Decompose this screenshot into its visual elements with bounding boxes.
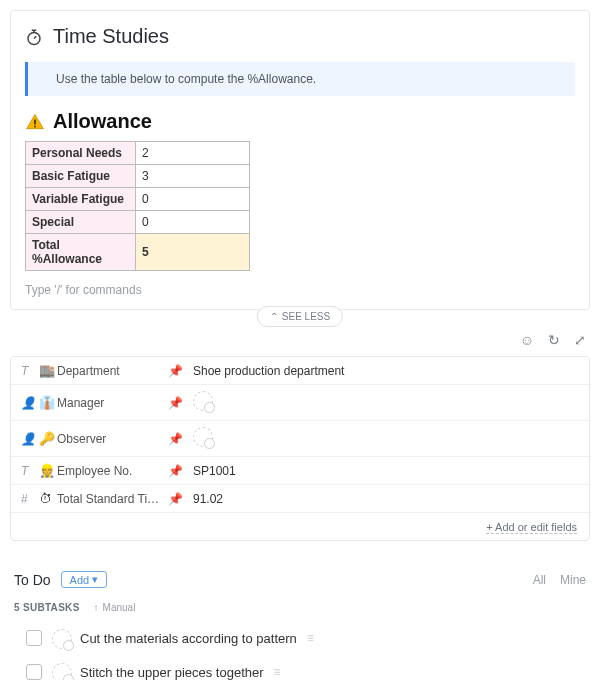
- svg-rect-2: [34, 125, 36, 127]
- row-label: Variable Fatigue: [26, 188, 136, 211]
- timer-emoji-icon: ⏱: [39, 491, 57, 506]
- add-label: Add: [70, 574, 90, 586]
- row-value[interactable]: 0: [136, 211, 250, 234]
- allowance-table: Personal Needs 2 Basic Fatigue 3 Variabl…: [25, 141, 250, 271]
- chevron-down-icon: ▾: [92, 573, 98, 586]
- person-type-icon: 👤: [21, 432, 39, 446]
- field-row-manager[interactable]: 👤 👔 Manager 📌: [11, 385, 589, 421]
- field-row-employee-no[interactable]: T 👷 Employee No. 📌 SP1001: [11, 457, 589, 485]
- row-value[interactable]: 2: [136, 142, 250, 165]
- field-value[interactable]: SP1001: [185, 464, 579, 478]
- allowance-callout: Use the table below to compute the %Allo…: [25, 62, 575, 96]
- todo-title: To Do: [14, 572, 51, 588]
- history-icon[interactable]: ↻: [548, 332, 560, 348]
- subtasks-count: 5 SUBTASKS: [14, 602, 80, 613]
- task-row[interactable]: Stitch the upper pieces together ≡: [0, 655, 600, 680]
- custom-fields-panel: T 🏬 Department 📌 Shoe production departm…: [10, 356, 590, 541]
- assignee-chip[interactable]: [52, 629, 70, 647]
- field-row-department[interactable]: T 🏬 Department 📌 Shoe production departm…: [11, 357, 589, 385]
- task-checkbox[interactable]: [26, 630, 42, 646]
- field-label: Employee No.: [57, 464, 165, 478]
- add-edit-fields-row: + Add or edit fields: [11, 513, 589, 540]
- row-label: Basic Fatigue: [26, 165, 136, 188]
- person-type-icon: 👤: [21, 396, 39, 410]
- drag-handle-icon[interactable]: ≡: [307, 631, 316, 645]
- emoji-icon[interactable]: ☺: [520, 332, 534, 348]
- field-value[interactable]: 91.02: [185, 492, 579, 506]
- page-title-row: Time Studies: [25, 25, 575, 48]
- allowance-heading: Allowance: [25, 110, 575, 133]
- task-title[interactable]: Stitch the upper pieces together: [80, 665, 264, 680]
- field-row-observer[interactable]: 👤 🔑 Observer 📌: [11, 421, 589, 457]
- manager-emoji-icon: 👔: [39, 395, 57, 410]
- row-label: Special: [26, 211, 136, 234]
- row-value[interactable]: 0: [136, 188, 250, 211]
- field-label: Department: [57, 364, 165, 378]
- pin-icon[interactable]: 📌: [165, 364, 185, 378]
- row-label: Total %Allowance: [26, 234, 136, 271]
- field-label: Total Standard Time (mi...: [57, 492, 165, 506]
- field-label: Manager: [57, 396, 165, 410]
- sort-arrow-icon: ↑: [94, 602, 99, 613]
- allowance-title: Allowance: [53, 110, 152, 133]
- row-value: 5: [136, 234, 250, 271]
- pin-icon[interactable]: 📌: [165, 396, 185, 410]
- filter-mine[interactable]: Mine: [560, 573, 586, 587]
- command-placeholder[interactable]: Type '/' for commands: [25, 281, 575, 303]
- field-value[interactable]: [185, 391, 579, 414]
- text-type-icon: T: [21, 464, 39, 478]
- table-row-total: Total %Allowance 5: [26, 234, 250, 271]
- todo-header: To Do Add ▾ All Mine: [0, 551, 600, 596]
- filter-all[interactable]: All: [533, 573, 546, 587]
- subtasks-meta: 5 SUBTASKS ↑ Manual: [0, 596, 600, 621]
- see-less-button[interactable]: ⌃ SEE LESS: [257, 306, 343, 327]
- table-row: Variable Fatigue 0: [26, 188, 250, 211]
- sort-button[interactable]: ↑ Manual: [94, 602, 136, 613]
- sort-label: Manual: [103, 602, 136, 613]
- expand-icon[interactable]: ⤢: [574, 332, 586, 348]
- field-value[interactable]: Shoe production department: [185, 364, 579, 378]
- row-label: Personal Needs: [26, 142, 136, 165]
- stopwatch-icon: [25, 28, 43, 46]
- svg-rect-1: [34, 119, 36, 124]
- task-checkbox[interactable]: [26, 664, 42, 680]
- assignee-chip[interactable]: [52, 663, 70, 680]
- row-value[interactable]: 3: [136, 165, 250, 188]
- field-value[interactable]: [185, 427, 579, 450]
- employee-emoji-icon: 👷: [39, 463, 57, 478]
- field-label: Observer: [57, 432, 165, 446]
- task-row[interactable]: Cut the materials according to pattern ≡: [0, 621, 600, 655]
- empty-person-chip[interactable]: [193, 427, 213, 447]
- table-row: Special 0: [26, 211, 250, 234]
- add-edit-fields-link[interactable]: + Add or edit fields: [486, 521, 577, 534]
- observer-emoji-icon: 🔑: [39, 431, 57, 446]
- pin-icon[interactable]: 📌: [165, 432, 185, 446]
- chevron-up-icon: ⌃: [270, 311, 278, 322]
- table-row: Basic Fatigue 3: [26, 165, 250, 188]
- todo-filters: All Mine: [533, 573, 586, 587]
- time-studies-card: Time Studies Use the table below to comp…: [10, 10, 590, 310]
- field-row-total-standard-time[interactable]: # ⏱ Total Standard Time (mi... 📌 91.02: [11, 485, 589, 513]
- pin-icon[interactable]: 📌: [165, 464, 185, 478]
- callout-text: Use the table below to compute the %Allo…: [56, 72, 316, 86]
- drag-handle-icon[interactable]: ≡: [274, 665, 283, 679]
- warning-icon: [25, 112, 45, 132]
- department-emoji-icon: 🏬: [39, 363, 57, 378]
- empty-person-chip[interactable]: [193, 391, 213, 411]
- task-title[interactable]: Cut the materials according to pattern: [80, 631, 297, 646]
- text-type-icon: T: [21, 364, 39, 378]
- pin-icon[interactable]: 📌: [165, 492, 185, 506]
- add-task-button[interactable]: Add ▾: [61, 571, 108, 588]
- number-type-icon: #: [21, 492, 39, 506]
- see-less-label: SEE LESS: [282, 311, 330, 322]
- page-title: Time Studies: [53, 25, 169, 48]
- table-row: Personal Needs 2: [26, 142, 250, 165]
